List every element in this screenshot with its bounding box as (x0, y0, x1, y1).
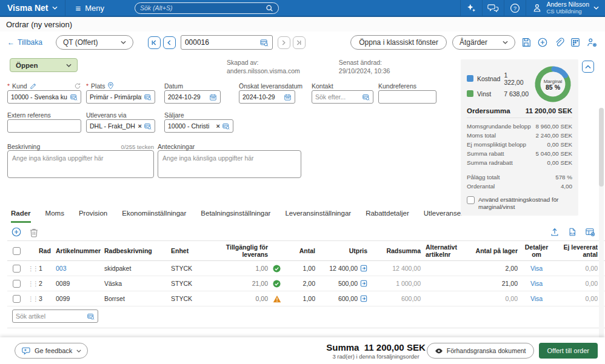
drag-handle-icon[interactable]: ⋮⋮ (25, 265, 36, 272)
row-checkbox[interactable] (13, 295, 21, 303)
next-record-button[interactable] (278, 36, 290, 49)
visa-link[interactable]: Visa (520, 265, 553, 272)
plats-field[interactable] (86, 90, 155, 104)
kund-field[interactable] (7, 90, 81, 104)
saljare-field[interactable]: × (164, 119, 233, 133)
lookup-icon[interactable] (144, 122, 152, 130)
tab-utleveranser[interactable]: Utleveranser (424, 210, 463, 223)
saljare-input[interactable] (168, 122, 215, 130)
add-row-icon[interactable] (11, 227, 22, 237)
radbeskrivning-cell[interactable]: skidpaket (102, 265, 169, 272)
open-classic-button[interactable]: Öppna i klassiskt fönster (350, 35, 447, 50)
kundreferens-field[interactable] (378, 90, 436, 104)
calendar-icon[interactable] (284, 93, 292, 101)
extern-referens-input[interactable] (11, 122, 78, 130)
doc-type-select[interactable]: QT (Offert) (56, 35, 133, 50)
lookup-icon[interactable] (222, 122, 230, 130)
main-menu-button[interactable]: ≡ Meny (65, 0, 114, 16)
utleverans-via-input[interactable] (90, 122, 136, 130)
onskat-leveransdatum-field[interactable] (239, 90, 295, 104)
tab-betalningsinstallningar[interactable]: Betalningsinställningar (201, 210, 270, 223)
search-article-field[interactable] (12, 309, 98, 323)
preview-document-button[interactable]: Förhandsgranska dokument (427, 343, 534, 359)
export-xls-icon[interactable]: XLS (567, 227, 577, 237)
tab-leveransinstallningar[interactable]: Leveransinställningar (285, 210, 351, 223)
collapse-panel-button[interactable] (582, 61, 594, 73)
feedback-button[interactable]: Ge feedback (15, 343, 88, 359)
attachment-icon[interactable] (553, 37, 564, 48)
utpris-cell[interactable]: 600,00 (338, 295, 358, 302)
lookup-icon[interactable] (87, 313, 95, 320)
edit-pencil-icon[interactable] (30, 82, 37, 90)
price-history-icon[interactable] (360, 265, 367, 272)
enhet-cell[interactable]: STYCK (169, 295, 223, 302)
kontakt-input[interactable] (315, 93, 360, 101)
brand-menu[interactable]: Visma Net (0, 0, 65, 16)
enhet-cell[interactable]: STYCK (169, 280, 223, 287)
kund-input[interactable] (11, 93, 68, 101)
kundreferens-input[interactable] (382, 93, 433, 101)
clear-icon[interactable]: × (138, 123, 142, 130)
prev-record-button[interactable] (163, 36, 176, 49)
radbeskrivning-cell[interactable]: Borrset (102, 295, 169, 302)
clear-icon[interactable]: × (216, 123, 220, 130)
vertical-scrollbar[interactable] (599, 108, 604, 364)
row-checkbox[interactable] (13, 280, 21, 288)
order-number-input[interactable] (185, 38, 259, 47)
enhet-cell[interactable]: STYCK (169, 265, 223, 272)
global-search[interactable] (135, 2, 279, 14)
calendar-icon[interactable] (209, 93, 217, 101)
delete-row-icon[interactable] (29, 227, 39, 237)
user-menu[interactable]: Anders Nilsson CS Utbildning (526, 0, 605, 16)
search-article-input[interactable] (16, 313, 85, 320)
convert-to-order-button[interactable]: Offert till order (539, 343, 598, 359)
artikelnummer-cell[interactable]: 0099 (53, 295, 102, 302)
drag-handle-icon[interactable]: ⋮⋮ (25, 280, 36, 287)
save-icon[interactable] (521, 37, 532, 48)
visa-link[interactable]: Visa (520, 295, 553, 302)
tab-ekonomiinstallningar[interactable]: Ekonomiinställningar (122, 210, 186, 223)
antal-cell[interactable]: 2,00 (285, 280, 318, 287)
artikelnummer-link[interactable]: 003 (53, 265, 102, 272)
add-icon[interactable] (537, 37, 548, 48)
drag-handle-icon[interactable]: ⋮⋮ (25, 296, 36, 302)
global-search-input[interactable] (140, 4, 249, 12)
select-all-checkbox[interactable] (13, 247, 21, 255)
upload-icon[interactable] (550, 227, 560, 237)
beskrivning-textarea[interactable] (7, 150, 154, 178)
price-history-icon[interactable] (360, 295, 367, 302)
tab-rader[interactable]: Rader (11, 210, 31, 223)
tab-rabattdetaljer[interactable]: Rabattdetaljer (366, 210, 409, 223)
back-button[interactable]: ← Tillbaka (7, 38, 42, 47)
first-record-button[interactable] (148, 36, 161, 49)
status-select[interactable]: Öppen (10, 58, 78, 72)
lookup-icon[interactable] (144, 93, 152, 101)
messages-icon[interactable] (482, 0, 504, 16)
utpris-cell[interactable]: 500,00 (338, 280, 358, 287)
scrollbar-thumb[interactable] (599, 108, 604, 187)
utpris-cell[interactable]: 12 400,00 (329, 265, 358, 272)
tab-moms[interactable]: Moms (45, 210, 64, 223)
row-checkbox[interactable] (13, 265, 21, 273)
datum-input[interactable] (168, 93, 207, 101)
radbeskrivning-cell[interactable]: Väska (102, 280, 169, 287)
datum-field[interactable] (164, 90, 221, 104)
tab-provision[interactable]: Provision (79, 210, 107, 223)
antal-cell[interactable]: 1,00 (285, 265, 318, 272)
utleverans-via-field[interactable]: × (86, 119, 155, 133)
actions-dropdown[interactable]: Åtgärder (452, 35, 515, 50)
location-pin-icon[interactable] (107, 82, 114, 90)
lookup-icon[interactable] (362, 93, 370, 101)
assistant-sparkle-icon[interactable] (460, 0, 482, 16)
ersattningskostnad-checkbox[interactable] (467, 196, 475, 204)
price-history-icon[interactable] (360, 280, 367, 287)
table-settings-icon[interactable] (585, 227, 595, 237)
help-icon[interactable]: ? (504, 0, 526, 16)
plats-input[interactable] (90, 93, 142, 101)
lookup-icon[interactable] (259, 38, 269, 47)
kontakt-field[interactable] (312, 90, 373, 104)
grid-notes-icon[interactable] (570, 37, 581, 48)
order-number-field[interactable] (181, 35, 273, 50)
artikelnummer-cell[interactable]: 0089 (53, 280, 102, 287)
visa-link[interactable]: Visa (520, 280, 553, 287)
